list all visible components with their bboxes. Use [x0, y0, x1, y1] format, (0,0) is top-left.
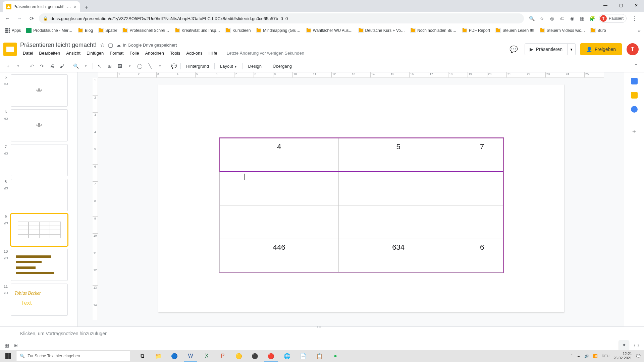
new-slide-dropdown[interactable]: ▼	[13, 61, 23, 71]
bookmark-folder[interactable]: Blog	[76, 26, 95, 35]
account-avatar[interactable]: T	[627, 43, 639, 55]
url-input[interactable]: 🔒 docs.google.com/presentation/d/1yV372S…	[39, 13, 524, 23]
slide-thumbnail-8[interactable]	[11, 179, 68, 211]
image-tool[interactable]: 🖼	[115, 61, 124, 71]
document-title[interactable]: Präsentieren leicht gemacht!	[20, 42, 97, 49]
zoom-icon[interactable]: 🔍	[529, 15, 535, 22]
zoom-button[interactable]: 🔍	[71, 61, 80, 71]
notes-icon[interactable]: 🏷	[4, 152, 8, 156]
menu-arrange[interactable]: Anordnen	[143, 49, 167, 57]
vertical-ruler[interactable]: 1234567891011121314	[93, 78, 98, 320]
back-button[interactable]: ←	[3, 14, 12, 23]
bookmark-folder[interactable]: Büro	[588, 26, 608, 35]
table-cell[interactable]	[339, 172, 458, 205]
table-cell[interactable]	[458, 172, 461, 205]
menu-edit[interactable]: Bearbeiten	[36, 49, 63, 57]
maximize-button[interactable]: ▢	[613, 0, 629, 11]
menu-help[interactable]: Hilfe	[206, 49, 220, 57]
slide-thumbnail-9[interactable]	[11, 214, 68, 246]
collapse-toolbar-button[interactable]: ˆ	[631, 61, 641, 71]
app-icon[interactable]: 🔵	[166, 350, 182, 362]
table-cell[interactable]	[339, 205, 458, 239]
close-tab-icon[interactable]: ×	[74, 4, 76, 9]
bookmark-folder[interactable]: Kursideen	[223, 26, 253, 35]
tasks-sidebar-icon[interactable]	[631, 106, 638, 113]
slide-thumbnail-10[interactable]	[11, 249, 68, 281]
bookmark-folder[interactable]: PDF Report	[460, 26, 492, 35]
taskbar-search[interactable]: 🔍 Zur Suche Text hier eingeben	[16, 351, 130, 361]
language-indicator[interactable]: DEU	[602, 354, 609, 358]
notes-icon[interactable]: 🏷	[4, 117, 8, 121]
notes-icon[interactable]: 🏷	[4, 256, 8, 260]
present-button[interactable]: ▶ Präsentieren	[525, 43, 568, 55]
obs-icon[interactable]: ⚫	[247, 350, 263, 362]
paint-format-button[interactable]: 🖌	[57, 61, 67, 71]
image-dropdown[interactable]: ▼	[125, 61, 135, 71]
drive-status[interactable]: ☁ In Google Drive gespeichert	[116, 43, 177, 48]
slide-thumbnail-11[interactable]: Tobias BeckerText	[11, 284, 68, 316]
menu-slide[interactable]: Folie	[127, 49, 142, 57]
bookmark-folder[interactable]: Noch hochladen Bu…	[408, 26, 459, 35]
redo-button[interactable]: ↷	[37, 61, 47, 71]
ext3-icon[interactable]: ◉	[569, 15, 576, 22]
comments-button[interactable]: 💬	[508, 43, 520, 55]
print-button[interactable]: 🖨	[47, 61, 57, 71]
share-button[interactable]: 👤 Freigeben	[580, 43, 622, 55]
design-button[interactable]: Design	[245, 64, 265, 69]
minimize-button[interactable]: —	[598, 0, 613, 11]
edge-icon[interactable]: 🌐	[279, 350, 295, 362]
bookmark-folder[interactable]: Steuern Videos wic…	[538, 26, 587, 35]
explore-button[interactable]: ✦	[619, 340, 629, 350]
move-document-icon[interactable]: ▢	[108, 42, 113, 48]
excel-icon[interactable]: X	[199, 350, 215, 362]
comment-tool[interactable]: 💬	[169, 61, 178, 71]
table-cell[interactable]: 634	[339, 239, 458, 273]
layout-button[interactable]: Layout ▼	[217, 64, 240, 69]
menu-view[interactable]: Ansicht	[63, 49, 83, 57]
menu-insert[interactable]: Einfügen	[84, 49, 106, 57]
notifications-icon[interactable]: 💬	[636, 354, 641, 358]
word-icon[interactable]: W	[182, 350, 199, 362]
task-view-button[interactable]: ⧉	[134, 350, 150, 362]
add-sidebar-button[interactable]: +	[632, 128, 636, 135]
notes-icon[interactable]: 🏷	[4, 221, 8, 225]
table-cell[interactable]: 4	[220, 138, 339, 172]
notes-icon[interactable]: 🏷	[4, 82, 8, 86]
ext2-icon[interactable]: 🏷	[559, 15, 566, 22]
notes-resize-handle[interactable]	[317, 325, 327, 328]
calendar-sidebar-icon[interactable]	[631, 78, 638, 84]
menu-addons[interactable]: Add-ons	[183, 49, 205, 57]
apps-button[interactable]: Apps	[3, 27, 23, 34]
clock[interactable]: 12:21 26.02.2021	[613, 352, 632, 360]
extensions-icon[interactable]: 🧩	[589, 15, 596, 22]
last-edit-link[interactable]: Letzte Änderung vor wenigen Sekunden	[224, 49, 307, 57]
filmstrip-view-button[interactable]: ▦	[5, 343, 9, 348]
bookmark-folder[interactable]: Deutsche Kurs + Vo…	[356, 26, 407, 35]
profile-button[interactable]: T Pausiert	[599, 14, 627, 23]
new-tab-button[interactable]: +	[82, 3, 91, 12]
horizontal-ruler[interactable]: 1234567891011121314151617181920212223242…	[98, 72, 604, 78]
bookmark-item[interactable]: Produktsuche - Mer…	[24, 26, 74, 35]
onedrive-icon[interactable]: ☁	[577, 354, 580, 358]
browser-menu-button[interactable]: ⋮	[630, 15, 639, 22]
prev-slide-button[interactable]: ‹	[634, 342, 635, 348]
bookmarks-overflow-button[interactable]: »	[638, 28, 641, 33]
table-cell[interactable]	[458, 239, 461, 273]
speaker-notes[interactable]: Klicken, um Vortragsnotizen hinzuzufügen	[0, 326, 644, 340]
filmstrip[interactable]: 5🏷 6🏷 7🏷 8🏷 9🏷	[0, 72, 78, 326]
slides-home-button[interactable]	[3, 43, 17, 56]
slide-thumbnail-7[interactable]	[11, 144, 68, 176]
star-document-icon[interactable]: ☆	[100, 42, 105, 48]
background-button[interactable]: Hintergrund	[183, 64, 212, 69]
slide-canvas[interactable]: 4 5 7	[158, 84, 564, 312]
wifi-icon[interactable]: 📶	[593, 354, 598, 358]
ext4-icon[interactable]: ▦	[579, 15, 586, 22]
bookmark-folder[interactable]: Professionell Schrei…	[120, 26, 171, 35]
table-cell[interactable]	[458, 205, 461, 239]
slide-table[interactable]: 4 5 7	[219, 137, 504, 273]
new-slide-button[interactable]: +	[3, 61, 13, 71]
table-cell[interactable]	[220, 205, 339, 239]
volume-icon[interactable]: 🔊	[584, 354, 589, 358]
table-cell[interactable]	[461, 205, 503, 239]
table-cell[interactable]	[461, 172, 503, 205]
